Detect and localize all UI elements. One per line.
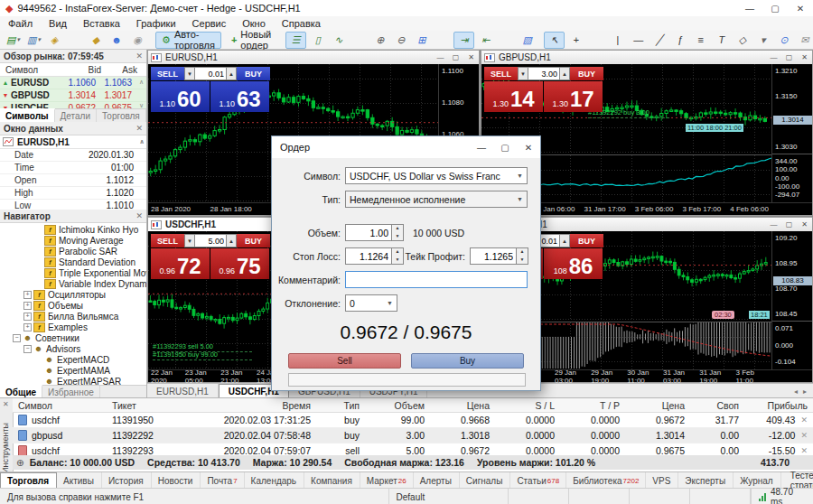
- toolbox-tab[interactable]: Активы: [57, 472, 102, 489]
- trendline-icon[interactable]: ╱: [649, 33, 668, 48]
- toolbox-tab[interactable]: Эксперты: [678, 472, 734, 489]
- expand-icon[interactable]: [34, 258, 42, 266]
- chat-icon[interactable]: ✉: [795, 33, 813, 48]
- sell-button[interactable]: SELL: [151, 234, 184, 247]
- zoom-in-icon[interactable]: ⊕: [370, 33, 389, 48]
- text-label-icon[interactable]: T: [712, 33, 731, 48]
- buy-button[interactable]: BUY: [570, 234, 603, 247]
- menu-item[interactable]: Справка: [274, 18, 329, 29]
- volume-dropdown-icon[interactable]: ▼: [518, 67, 528, 80]
- sell-price[interactable]: 0.9672: [151, 248, 210, 279]
- vertical-line-icon[interactable]: |: [608, 33, 627, 48]
- close-position-icon[interactable]: ✕: [800, 431, 808, 440]
- navigator-tab[interactable]: Избранное: [42, 386, 100, 398]
- scroll-up-icon[interactable]: ∧: [139, 138, 146, 145]
- close-chart-icon[interactable]: ✕: [797, 220, 812, 229]
- trade-row[interactable]: gbpusd 11392292 2020.02.04 07:58:48 buy …: [13, 428, 813, 443]
- navigator-item[interactable]: + Билла Вильямса: [0, 311, 146, 322]
- expand-icon[interactable]: [34, 367, 42, 375]
- close-panel-icon[interactable]: ✕: [136, 124, 143, 133]
- sell-button[interactable]: SELL: [151, 67, 184, 80]
- sell-price[interactable]: 1.1060: [151, 81, 210, 112]
- buy-price[interactable]: 1.1063: [210, 81, 269, 112]
- fibonacci-icon[interactable]: ƒ: [670, 33, 689, 48]
- volume-step-icon[interactable]: ▲: [226, 67, 237, 80]
- expand-icon[interactable]: [34, 226, 42, 234]
- navigator-item[interactable]: + Объемы: [0, 300, 146, 311]
- community-icon[interactable]: ☻: [107, 33, 126, 48]
- menu-item[interactable]: Вставка: [75, 18, 128, 29]
- buy-price[interactable]: 10886: [544, 248, 603, 279]
- volume-input[interactable]: [528, 67, 559, 80]
- search-icon[interactable]: ⊙: [774, 33, 793, 48]
- scroll-tabs-right-icon[interactable]: ▸: [800, 387, 809, 396]
- close-panel-icon[interactable]: ✕: [136, 51, 143, 61]
- navigator-item[interactable]: + Examples: [0, 322, 146, 332]
- history-center-icon[interactable]: ◈: [45, 33, 64, 48]
- expand-icon[interactable]: +: [23, 323, 32, 331]
- dialog-buy-button[interactable]: Buy: [411, 353, 524, 369]
- order-type-select[interactable]: Немедленное исполнение▼: [345, 191, 528, 208]
- take-profit-input[interactable]: [470, 247, 517, 265]
- navigator-item[interactable]: Ichimoku Kinko Hyo: [0, 224, 146, 235]
- expand-icon[interactable]: [34, 237, 42, 245]
- scroll-tabs-left-icon[interactable]: ◂: [791, 387, 800, 396]
- expand-icon[interactable]: [34, 280, 42, 288]
- column-symbol[interactable]: Символ: [0, 65, 61, 75]
- expand-icon[interactable]: −: [13, 334, 21, 342]
- expand-icon[interactable]: −: [23, 345, 32, 353]
- navigator-tab[interactable]: Общие: [0, 385, 42, 398]
- price-scale[interactable]: 1.32101.31501.30901.3030 344.00100.000.0…: [771, 64, 812, 202]
- toolbox-tab[interactable]: Почта7: [201, 472, 244, 489]
- menu-item[interactable]: Графики: [128, 18, 184, 29]
- navigator-item[interactable]: − Advisors: [0, 343, 146, 354]
- market-watch-row[interactable]: EURUSD 1.1060 1.1063: [0, 77, 146, 89]
- menu-item[interactable]: Окно: [234, 18, 274, 29]
- chart-shift-icon[interactable]: ⇥: [453, 32, 474, 49]
- auto-scroll-icon[interactable]: ⇤: [476, 33, 495, 48]
- deviation-select[interactable]: 0▼: [345, 294, 397, 312]
- minimize-window-icon[interactable]: —: [737, 0, 762, 16]
- minimize-chart-icon[interactable]: —: [766, 53, 781, 61]
- close-panel-icon[interactable]: ✕: [136, 211, 143, 220]
- toolbox-tab[interactable]: Статьи678: [510, 472, 566, 489]
- minimize-chart-icon[interactable]: —: [433, 53, 448, 61]
- dialog-sell-button[interactable]: Sell: [288, 353, 401, 369]
- toolbar-button[interactable]: [587, 33, 606, 48]
- market-watch-tab[interactable]: Символы: [0, 108, 55, 122]
- profiles-icon[interactable]: ▥▾: [24, 33, 43, 48]
- connection-status[interactable]: 48.70 ms: [751, 489, 813, 504]
- volume-input[interactable]: [195, 67, 226, 80]
- expand-icon[interactable]: [34, 356, 42, 364]
- toolbar-button[interactable]: [350, 33, 369, 48]
- close-chart-icon[interactable]: ✕: [797, 53, 812, 61]
- navigator-item[interactable]: Standard Deviation: [0, 257, 146, 267]
- menu-item[interactable]: Сервис: [184, 18, 235, 29]
- templates-icon[interactable]: ▧: [518, 33, 537, 48]
- minimize-dialog-icon[interactable]: —: [470, 136, 493, 158]
- maximize-chart-icon[interactable]: ▢: [448, 53, 463, 61]
- navigator-item[interactable]: ExpertMAMA: [0, 365, 146, 376]
- trade-row[interactable]: usdchf 11391950 2020.02.03 17:31:25 buy …: [13, 413, 813, 428]
- toolbox-tab[interactable]: Торговля: [0, 472, 57, 489]
- scrollbar[interactable]: ∧∨: [137, 76, 145, 111]
- close-position-icon[interactable]: ✕: [800, 446, 808, 455]
- take-profit-spinner[interactable]: ▲▼: [517, 247, 528, 265]
- line-chart-icon[interactable]: ∿: [329, 33, 348, 48]
- toolbox-tab[interactable]: Сигналы: [460, 472, 511, 489]
- expand-icon[interactable]: +: [23, 302, 32, 310]
- zoom-out-icon[interactable]: ⊖: [391, 33, 410, 48]
- comment-input[interactable]: [345, 271, 528, 288]
- cursor-icon[interactable]: ↖: [544, 32, 565, 49]
- toolbar-button[interactable]: [497, 33, 516, 48]
- buy-button[interactable]: BUY: [237, 67, 270, 80]
- more-drawings-icon[interactable]: ▾: [753, 33, 772, 48]
- buy-button[interactable]: BUY: [237, 234, 270, 247]
- buy-price[interactable]: 0.9675: [210, 248, 269, 279]
- expand-icon[interactable]: [34, 247, 42, 256]
- toolbox-tab[interactable]: Календарь: [245, 472, 304, 489]
- navigator-item[interactable]: ExpertMACD: [0, 354, 146, 365]
- market-watch-row[interactable]: GBPUSD 1.3014 1.3017: [0, 89, 146, 102]
- volume-step-icon[interactable]: ▲: [559, 67, 570, 80]
- navigator-item[interactable]: Moving Average: [0, 235, 146, 246]
